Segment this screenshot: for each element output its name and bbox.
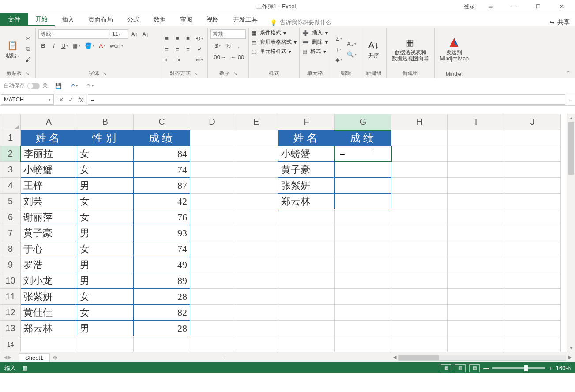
launcher-icon[interactable]: ↘ xyxy=(233,71,237,76)
cell[interactable] xyxy=(278,257,335,273)
cell[interactable]: 82 xyxy=(134,305,190,321)
launcher-icon[interactable]: ↘ xyxy=(26,71,29,76)
cell[interactable]: 女 xyxy=(77,209,134,225)
cell[interactable] xyxy=(504,305,561,321)
launcher-icon[interactable]: ↘ xyxy=(194,71,198,76)
col-header[interactable]: J xyxy=(504,114,561,130)
cell[interactable]: 黄佳佳 xyxy=(21,305,77,321)
cell[interactable] xyxy=(190,178,234,194)
cell[interactable] xyxy=(190,130,234,146)
active-cell[interactable]: I xyxy=(335,146,391,162)
border-button[interactable]: ▦ xyxy=(71,41,82,50)
vertical-scrollbar[interactable]: ▲ ▼ xyxy=(567,114,575,352)
cell[interactable] xyxy=(234,241,278,257)
col-header[interactable]: B xyxy=(77,114,134,130)
cell[interactable] xyxy=(448,209,504,225)
cell[interactable] xyxy=(190,321,234,336)
cell[interactable]: 女 xyxy=(77,146,134,162)
cell[interactable] xyxy=(134,336,190,352)
dec-indent-button[interactable]: ⇤ xyxy=(162,55,172,64)
scroll-left-icon[interactable]: ◀ xyxy=(391,355,398,360)
view-break-button[interactable]: ▤ xyxy=(469,364,480,372)
cell[interactable] xyxy=(234,194,278,209)
cell[interactable]: 男 xyxy=(77,273,134,289)
align-center-button[interactable]: ≡ xyxy=(173,44,182,54)
cell[interactable]: 28 xyxy=(134,289,190,305)
row-header[interactable]: 10 xyxy=(0,273,21,289)
cell[interactable] xyxy=(448,321,504,336)
cell[interactable] xyxy=(234,225,278,241)
underline-button[interactable]: U xyxy=(60,41,70,50)
row-header[interactable]: 11 xyxy=(0,289,21,305)
cell[interactable] xyxy=(190,146,234,162)
row-header[interactable]: 3 xyxy=(0,162,21,178)
cell[interactable]: 姓名 xyxy=(21,130,77,146)
cell[interactable] xyxy=(335,336,391,352)
tell-me[interactable]: 💡 告诉我你想要做什么 xyxy=(265,19,331,26)
align-bottom-button[interactable]: ≡ xyxy=(183,34,193,43)
cell[interactable] xyxy=(234,130,278,146)
cell[interactable] xyxy=(234,336,278,352)
cell[interactable] xyxy=(504,225,561,241)
zoom-level[interactable]: 160% xyxy=(556,365,571,371)
cell[interactable] xyxy=(448,257,504,273)
close-icon[interactable]: ✕ xyxy=(553,0,571,13)
zoom-out-button[interactable]: — xyxy=(483,365,489,371)
sheet-nav-prev-icon[interactable]: ◀ xyxy=(4,355,7,360)
cell[interactable] xyxy=(504,178,561,194)
cell[interactable] xyxy=(335,178,391,194)
cell[interactable] xyxy=(234,321,278,336)
cell[interactable] xyxy=(335,273,391,289)
cell[interactable]: 28 xyxy=(134,321,190,336)
name-box[interactable]: MATCH xyxy=(1,94,54,105)
cell[interactable]: 女 xyxy=(77,241,134,257)
login-text[interactable]: 登录 xyxy=(464,3,475,11)
cell[interactable]: 84 xyxy=(134,146,190,162)
cell[interactable] xyxy=(448,305,504,321)
orientation-button[interactable]: ⟲ xyxy=(194,34,205,43)
format-cells-button[interactable]: ▦ 格式 ▾ xyxy=(302,48,326,55)
copy-button[interactable]: ⧉ xyxy=(23,44,33,54)
cell[interactable]: 男 xyxy=(77,321,134,336)
cell[interactable]: 刘芸 xyxy=(21,194,77,209)
align-left-button[interactable]: ≡ xyxy=(162,44,172,54)
cell[interactable]: 张紫妍 xyxy=(21,289,77,305)
cell[interactable] xyxy=(234,273,278,289)
font-size-combo[interactable]: 11 xyxy=(110,29,128,39)
cell[interactable] xyxy=(190,257,234,273)
cell[interactable] xyxy=(448,273,504,289)
row-header[interactable]: 6 xyxy=(0,209,21,225)
cell[interactable]: 87 xyxy=(134,178,190,194)
cell[interactable]: 小螃蟹 xyxy=(21,162,77,178)
sheet-tab[interactable]: Sheet1 xyxy=(19,353,50,362)
col-header[interactable]: C xyxy=(134,114,190,130)
cell[interactable] xyxy=(335,257,391,273)
cell[interactable] xyxy=(234,146,278,162)
cell[interactable] xyxy=(504,146,561,162)
pivot-wizard-button[interactable]: ▦ 数据透视表和 数据透视图向导 xyxy=(389,35,432,63)
cell[interactable]: 女 xyxy=(77,289,134,305)
cell[interactable]: 89 xyxy=(134,273,190,289)
cell[interactable] xyxy=(278,209,335,225)
share-button[interactable]: ↪ 共享 xyxy=(549,19,570,26)
formula-input[interactable]: = xyxy=(88,94,565,105)
cell[interactable]: 黄子豪 xyxy=(21,225,77,241)
tab-file[interactable]: 文件 xyxy=(0,13,28,26)
row-header[interactable]: 2 xyxy=(0,146,21,162)
cell[interactable]: 成绩 xyxy=(134,130,190,146)
fill-button[interactable]: ↓ xyxy=(334,44,344,54)
cell[interactable]: 李丽拉 xyxy=(21,146,77,162)
cell[interactable] xyxy=(504,194,561,209)
collapse-ribbon-icon[interactable]: ⌃ xyxy=(562,68,575,78)
row-header[interactable]: 13 xyxy=(0,321,21,336)
col-header[interactable]: G xyxy=(335,114,391,130)
increase-font-button[interactable]: A↑ xyxy=(129,29,139,39)
cell[interactable] xyxy=(391,178,448,194)
minimize-icon[interactable]: — xyxy=(505,0,523,13)
paste-button[interactable]: 📋 粘贴 xyxy=(3,38,22,60)
autosave-toggle[interactable]: 自动保存 关 xyxy=(4,82,48,90)
align-top-button[interactable]: ≡ xyxy=(162,34,172,43)
cell[interactable] xyxy=(391,289,448,305)
cell[interactable] xyxy=(335,289,391,305)
cell[interactable] xyxy=(278,241,335,257)
